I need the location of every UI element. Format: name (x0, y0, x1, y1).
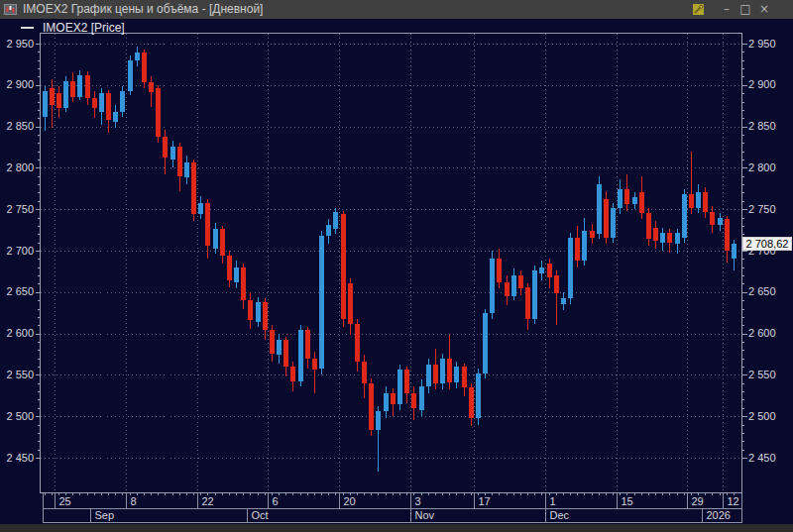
candle-body-up (476, 373, 481, 418)
candle-body-up (582, 231, 587, 261)
candle-body-up (319, 236, 324, 369)
y-axis-label-right: 2 800 (748, 161, 776, 173)
candle-body-down (575, 238, 580, 261)
candle-body-up (256, 302, 261, 322)
candle-body-up (597, 184, 602, 234)
candle-body-down (348, 283, 353, 323)
candle-body-down (205, 203, 210, 246)
candle-body-up (490, 259, 495, 312)
candle-body-up (561, 298, 566, 303)
window-bottom-frame (0, 524, 793, 532)
candle-body-down (525, 287, 530, 319)
candle-body-up (384, 393, 389, 411)
last-price-marker: 2 708,62 (742, 237, 792, 251)
candle-body-down (142, 53, 147, 82)
candle-body-up (298, 330, 303, 381)
candle-body-down (163, 137, 168, 159)
candle-body-up (532, 270, 537, 318)
y-axis-label-left: 2 950 (6, 38, 34, 50)
y-axis-label-right: 2 450 (748, 452, 776, 464)
month-label: Dec (550, 509, 570, 521)
day-label: 6 (273, 495, 279, 507)
candle-body-up (376, 411, 381, 429)
candle-body-down (177, 147, 182, 176)
candle-body-down (50, 88, 55, 105)
candle-body-up (198, 203, 203, 215)
candle-body-up (539, 267, 544, 274)
candle-body-down (312, 359, 317, 371)
candle-body-up (618, 189, 623, 207)
candle-body-up (43, 91, 48, 117)
y-axis-label-left: 2 800 (6, 161, 34, 173)
candle-body-down (653, 228, 658, 241)
candle-body-down (220, 229, 225, 256)
candle-body-down (411, 393, 416, 408)
candle-body-up (184, 162, 189, 177)
candle-body-down (689, 194, 694, 207)
candle-body-down (646, 213, 651, 240)
candle-body-down (725, 219, 730, 251)
y-axis-label-right: 2 500 (748, 410, 776, 422)
candle-body-down (85, 75, 90, 98)
candle-body-down (92, 98, 97, 108)
day-label: 8 (131, 495, 137, 507)
candle-body-up (326, 225, 331, 236)
candle-body-up (120, 91, 125, 111)
candle-body-down (639, 192, 644, 212)
grid-lines (41, 34, 742, 493)
candle-body-up (170, 147, 175, 160)
y-axis-label-right: 2 550 (748, 369, 776, 380)
candle-body-down (355, 324, 360, 362)
day-label: 3 (415, 495, 421, 507)
candle-body-up (397, 370, 402, 404)
candle-body-down (305, 330, 310, 358)
candle-body-up (483, 313, 488, 373)
candle-body-down (505, 282, 510, 296)
series-line-icon (21, 27, 34, 29)
y-axis-label-right: 2 950 (748, 38, 776, 50)
candle-body-up (135, 53, 140, 60)
candle-body-up (77, 75, 82, 97)
day-label: 29 (692, 495, 704, 507)
candle-body-down (667, 233, 672, 243)
candle-body-down (469, 387, 474, 418)
y-axis-label-left: 2 900 (6, 78, 34, 90)
month-label: 2026 (707, 509, 731, 521)
candle-body-up (128, 60, 133, 92)
y-axis-label-right: 2 850 (748, 120, 776, 132)
candle-body-down (341, 214, 346, 318)
candle-body-up (732, 244, 736, 259)
day-label: 25 (59, 495, 71, 507)
candle-body-up (63, 81, 68, 108)
candle-body-up (696, 192, 701, 207)
candle-body-down (283, 340, 288, 367)
plot-border (41, 34, 742, 493)
candle-body-down (70, 81, 75, 96)
month-label: Sep (95, 509, 115, 521)
candle-body-down (362, 362, 367, 383)
candle-body-up (426, 365, 431, 386)
candle-body-down (590, 231, 595, 238)
candle-body-up (213, 229, 218, 249)
candle-body-down (156, 88, 161, 136)
series-legend-label: IMOEX2 [Price] (43, 21, 125, 35)
candle-body-down (191, 162, 196, 214)
candle-body-down (497, 259, 502, 281)
candle-body-up (568, 238, 573, 299)
candle-body-down (604, 199, 609, 237)
price-chart[interactable]: 2 9502 9502 9002 9002 8502 8502 8002 800… (0, 0, 793, 532)
candle-body-up (419, 386, 424, 409)
candle-body-down (710, 212, 715, 225)
candle-body-down (624, 189, 629, 204)
terminal-window: IMOEX2 График цены и объёма - [Дневной] … (0, 0, 793, 532)
time-scale (44, 493, 742, 523)
candle-body-up (632, 197, 637, 204)
y-axis-label-left: 2 850 (6, 120, 34, 132)
candle-body-down (447, 359, 452, 382)
candle-body-up (675, 233, 680, 245)
candle-body-up (660, 233, 665, 243)
candle-body-up (682, 194, 687, 237)
y-axis-label-left: 2 650 (6, 285, 34, 297)
y-axis-label-left: 2 600 (6, 327, 34, 339)
candle-body-down (518, 275, 523, 288)
